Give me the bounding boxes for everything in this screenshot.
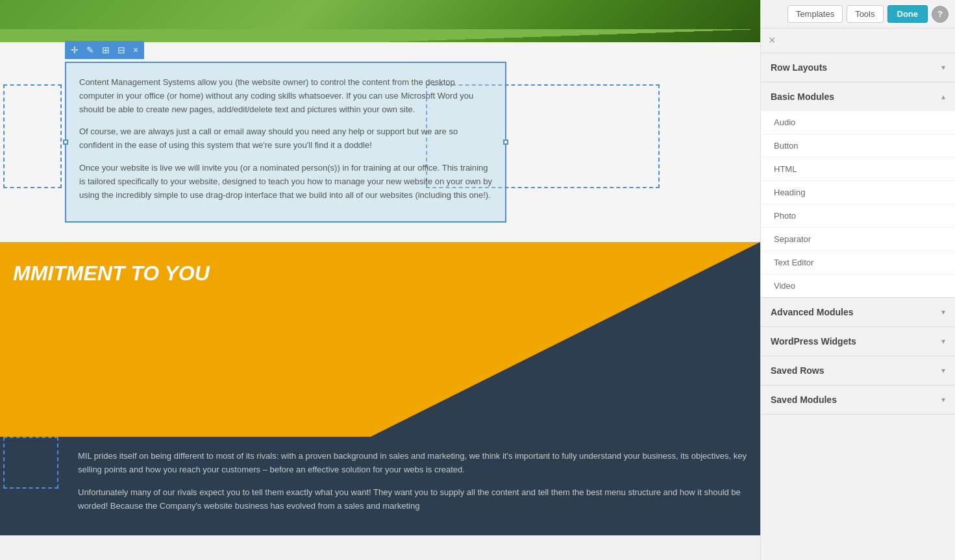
tools-button[interactable]: Tools: [847, 5, 883, 23]
templates-button[interactable]: Templates: [788, 5, 843, 23]
accordion-header-row-layouts[interactable]: Row Layouts ▾: [761, 53, 955, 82]
module-heading[interactable]: Heading: [761, 181, 955, 204]
block-close-icon[interactable]: ×: [131, 43, 140, 56]
move-icon[interactable]: ✛: [69, 43, 81, 56]
text-paragraph-1: Content Management Systems allow you (th…: [79, 76, 492, 116]
accordion-row-layouts: Row Layouts ▾: [761, 53, 955, 82]
accordion-basic-modules: Basic Modules ▴ Audio Button HTML Headin…: [761, 82, 955, 298]
module-photo[interactable]: Photo: [761, 204, 955, 228]
resize-handle-left[interactable]: [63, 140, 68, 145]
wordpress-widgets-arrow: ▾: [941, 337, 945, 346]
text-block-container: ✛ ✎ ⊞ ⊟ × Content Management Systems all…: [65, 62, 506, 223]
commitment-heading: MMITMENT TO YOU: [13, 262, 210, 286]
left-selection-border: [3, 84, 62, 188]
main-content: ✛ ✎ ⊞ ⊟ × Content Management Systems all…: [0, 0, 760, 560]
resize-handle-right[interactable]: [503, 140, 508, 145]
saved-rows-arrow: ▾: [941, 366, 945, 375]
accordion-header-wordpress-widgets[interactable]: WordPress Widgets ▾: [761, 327, 955, 356]
right-panel: Templates Tools Done ? × Row Layouts ▾ B…: [760, 0, 955, 560]
accordion-header-basic-modules[interactable]: Basic Modules ▴: [761, 82, 955, 111]
basic-modules-body: Audio Button HTML Heading Photo Separato…: [761, 111, 955, 297]
text-paragraph-2: Of course, we are always just a call or …: [79, 125, 492, 152]
panel-close-icon[interactable]: ×: [761, 29, 955, 53]
columns-icon[interactable]: ⊟: [116, 43, 127, 56]
saved-modules-arrow: ▾: [941, 395, 945, 404]
accordion-header-advanced-modules[interactable]: Advanced Modules ▾: [761, 298, 955, 326]
help-button[interactable]: ?: [932, 6, 949, 23]
module-text-editor[interactable]: Text Editor: [761, 251, 955, 274]
accordion-wordpress-widgets: WordPress Widgets ▾: [761, 327, 955, 356]
advanced-modules-arrow: ▾: [941, 308, 945, 317]
saved-rows-label: Saved Rows: [771, 365, 824, 376]
module-video[interactable]: Video: [761, 274, 955, 297]
text-paragraph-3: Once your website is live we will invite…: [79, 162, 492, 202]
module-audio[interactable]: Audio: [761, 111, 955, 134]
copy-icon[interactable]: ⊞: [100, 43, 112, 56]
bottom-dashed-border: [3, 437, 58, 489]
module-html[interactable]: HTML: [761, 158, 955, 181]
saved-modules-label: Saved Modules: [771, 395, 837, 405]
green-banner: [0, 0, 760, 42]
dark-bottom-section: MIL prides itself on being different to …: [0, 437, 760, 535]
white-section: ✛ ✎ ⊞ ⊟ × Content Management Systems all…: [0, 42, 760, 242]
panel-top-bar: Templates Tools Done ?: [761, 0, 955, 29]
accordion-header-saved-rows[interactable]: Saved Rows ▾: [761, 356, 955, 385]
accordion-saved-modules: Saved Modules ▾: [761, 385, 955, 415]
row-layouts-label: Row Layouts: [771, 62, 827, 73]
text-block[interactable]: Content Management Systems allow you (th…: [65, 62, 506, 223]
done-button[interactable]: Done: [887, 5, 928, 23]
accordion-saved-rows: Saved Rows ▾: [761, 356, 955, 385]
row-layouts-arrow: ▾: [941, 63, 945, 72]
orange-section: MMITMENT TO YOU: [0, 242, 760, 437]
module-button[interactable]: Button: [761, 134, 955, 158]
basic-modules-arrow: ▴: [941, 92, 945, 101]
basic-modules-label: Basic Modules: [771, 91, 834, 102]
commitment-highlight: YOU: [164, 262, 209, 285]
accordion-header-saved-modules[interactable]: Saved Modules ▾: [761, 385, 955, 414]
settings-icon[interactable]: ✎: [84, 43, 96, 56]
dark-triangle: [371, 242, 760, 437]
module-separator[interactable]: Separator: [761, 228, 955, 251]
block-toolbar: ✛ ✎ ⊞ ⊟ ×: [65, 41, 144, 59]
bottom-paragraph-1: MIL prides itself on being different to …: [78, 450, 747, 477]
wordpress-widgets-label: WordPress Widgets: [771, 336, 856, 347]
bottom-paragraph-2: Unfortunately many of our rivals expect …: [78, 486, 747, 513]
advanced-modules-label: Advanced Modules: [771, 307, 854, 317]
commitment-prefix: MMITMENT TO: [13, 262, 164, 285]
accordion-advanced-modules: Advanced Modules ▾: [761, 298, 955, 327]
